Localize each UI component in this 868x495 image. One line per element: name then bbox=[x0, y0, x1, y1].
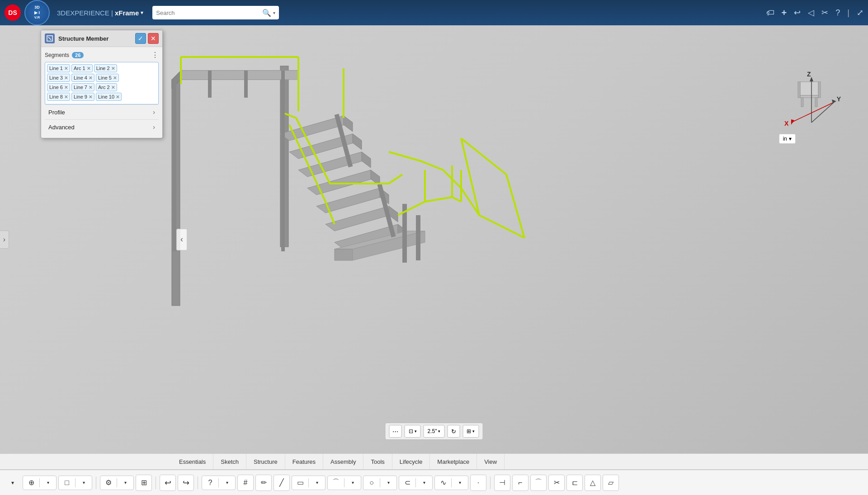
tab-assembly[interactable]: Assembly bbox=[323, 454, 363, 469]
segments-list[interactable]: Line 1 ✕ Arc 1 ✕ Line 2 ✕ Line 3 bbox=[45, 62, 159, 104]
circle-arrow[interactable]: ▾ bbox=[380, 475, 396, 491]
select-tool[interactable]: ⊕ bbox=[23, 475, 39, 491]
segment-tag-line7[interactable]: Line 7 ✕ bbox=[71, 83, 94, 91]
segment-tag-arc1[interactable]: Arc 1 ✕ bbox=[71, 64, 93, 72]
search-icon[interactable]: 🔍 bbox=[262, 9, 271, 17]
tab-essentials[interactable]: Essentials bbox=[172, 454, 213, 469]
panel-confirm-button[interactable]: ✓ bbox=[135, 33, 146, 44]
wave-arrow[interactable]: ▾ bbox=[452, 475, 468, 491]
remove-line6[interactable]: ✕ bbox=[64, 85, 68, 90]
sketch-tool[interactable]: ✏ bbox=[255, 475, 272, 491]
remove-line7[interactable]: ✕ bbox=[89, 85, 92, 90]
select-arrow[interactable]: ▾ bbox=[40, 475, 56, 491]
remove-line5[interactable]: ✕ bbox=[113, 75, 117, 80]
profile-arrow: › bbox=[153, 108, 155, 116]
tab-marketplace[interactable]: Marketplace bbox=[430, 454, 477, 469]
remove-line9[interactable]: ✕ bbox=[89, 94, 92, 99]
remove-line3[interactable]: ✕ bbox=[64, 75, 68, 80]
tool-2[interactable]: □ bbox=[59, 475, 75, 491]
constraint-tool[interactable]: ⊣ bbox=[494, 475, 510, 491]
vt-refresh-btn[interactable]: ↻ bbox=[447, 425, 460, 438]
circle-tool[interactable]: ○ bbox=[363, 475, 380, 491]
segment-tag-line9[interactable]: Line 9 ✕ bbox=[71, 93, 94, 101]
corner-tool[interactable]: ⌐ bbox=[512, 475, 528, 491]
tools-icon[interactable]: ✂ bbox=[821, 8, 828, 18]
remove-line10[interactable]: ✕ bbox=[116, 94, 119, 99]
search-dropdown-icon[interactable]: ▾ bbox=[273, 10, 275, 15]
segment-tag-line6[interactable]: Line 6 ✕ bbox=[47, 83, 70, 91]
undo-btn[interactable]: ↩ bbox=[160, 475, 176, 491]
segment-tag-line10[interactable]: Line 10 ✕ bbox=[96, 93, 122, 101]
nav-left-arrow[interactable]: ‹ bbox=[176, 229, 187, 250]
tag-icon[interactable]: 🏷 bbox=[766, 8, 774, 18]
line-tool[interactable]: ╱ bbox=[274, 475, 290, 491]
vt-size-btn[interactable]: 2.5" ▾ bbox=[424, 425, 445, 438]
help-arrow[interactable]: ▾ bbox=[219, 475, 235, 491]
segment-tag-line1[interactable]: Line 1 ✕ bbox=[47, 64, 70, 72]
remove-line8[interactable]: ✕ bbox=[64, 94, 68, 99]
ellipse-tool[interactable]: ⊂ bbox=[399, 475, 415, 491]
extend-tool[interactable]: ⊏ bbox=[566, 475, 583, 491]
remove-line2[interactable]: ✕ bbox=[111, 66, 115, 71]
wave-tool[interactable]: ∿ bbox=[435, 475, 451, 491]
trim-tool[interactable]: ✂ bbox=[548, 475, 565, 491]
vt-copy-btn[interactable]: ⊡ ▾ bbox=[405, 425, 421, 438]
remove-line1[interactable]: ✕ bbox=[64, 66, 68, 71]
topbar-title: 3DEXPERIENCE | bbox=[57, 9, 113, 17]
tool-3-arrow[interactable]: ▾ bbox=[117, 475, 133, 491]
tab-tools[interactable]: Tools bbox=[363, 454, 392, 469]
svg-line-55 bbox=[48, 37, 51, 40]
segment-tag-line5[interactable]: Line 5 ✕ bbox=[96, 74, 119, 82]
viewport[interactable]: › bbox=[0, 25, 868, 453]
redo-btn[interactable]: ↪ bbox=[178, 475, 194, 491]
tool-2-arrow[interactable]: ▾ bbox=[75, 475, 92, 491]
panel-section-advanced[interactable]: Advanced › bbox=[45, 119, 159, 134]
search-input[interactable] bbox=[156, 9, 262, 16]
share-icon[interactable]: ↩ bbox=[794, 8, 801, 18]
advanced-arrow: › bbox=[153, 123, 155, 131]
side-panel-arrow[interactable]: › bbox=[0, 231, 9, 249]
remove-arc1[interactable]: ✕ bbox=[87, 66, 90, 71]
segment-tag-arc2[interactable]: Arc 2 ✕ bbox=[96, 83, 117, 91]
segment-tag-line8[interactable]: Line 8 ✕ bbox=[47, 93, 70, 101]
remove-line4[interactable]: ✕ bbox=[89, 75, 92, 80]
brand-circle[interactable]: 3D ▶ I V.R bbox=[24, 0, 50, 25]
dot-tool[interactable]: · bbox=[470, 475, 486, 491]
grid-tool[interactable]: # bbox=[237, 475, 254, 491]
remove-arc2[interactable]: ✕ bbox=[111, 85, 115, 90]
segment-row-1: Line 1 ✕ Arc 1 ✕ Line 2 ✕ bbox=[47, 64, 156, 72]
chamfer-tool[interactable]: △ bbox=[585, 475, 601, 491]
toolbar-arrow-down[interactable]: ▾ bbox=[5, 475, 21, 491]
segment-tag-line3[interactable]: Line 3 ✕ bbox=[47, 74, 70, 82]
vt-dots-icon[interactable]: ⋯ bbox=[389, 425, 402, 438]
help-icon[interactable]: ? bbox=[835, 8, 840, 18]
panel-section-profile[interactable]: Profile › bbox=[45, 104, 159, 119]
segment-tag-line4[interactable]: Line 4 ✕ bbox=[71, 74, 94, 82]
panel-close-button[interactable]: ✕ bbox=[148, 33, 159, 44]
profile-tool[interactable]: ▱ bbox=[603, 475, 619, 491]
tool-3[interactable]: ⚙ bbox=[100, 475, 117, 491]
tab-sketch[interactable]: Sketch bbox=[213, 454, 246, 469]
toolbar-group-3: ⚙ ▾ bbox=[100, 476, 134, 490]
arc-arrow[interactable]: ▾ bbox=[344, 475, 361, 491]
ellipse-arrow[interactable]: ▾ bbox=[416, 475, 432, 491]
app-dropdown[interactable]: ▾ bbox=[141, 9, 143, 16]
help-tool[interactable]: ? bbox=[202, 475, 218, 491]
tab-lifecycle[interactable]: Lifecycle bbox=[392, 454, 430, 469]
rect-tool[interactable]: ▭ bbox=[292, 475, 308, 491]
arc-tool[interactable]: ⌒ bbox=[328, 475, 344, 491]
tab-view[interactable]: View bbox=[477, 454, 505, 469]
tool-4[interactable]: ⊞ bbox=[136, 475, 152, 491]
segment-tag-line2[interactable]: Line 2 ✕ bbox=[94, 64, 117, 72]
curve-tool[interactable]: ⌒ bbox=[530, 475, 547, 491]
units-dropdown[interactable]: in ▾ bbox=[779, 134, 796, 144]
tab-structure[interactable]: Structure bbox=[246, 454, 285, 469]
segments-more-menu[interactable]: ⋮ bbox=[151, 51, 159, 59]
tab-features[interactable]: Features bbox=[285, 454, 323, 469]
vt-settings-btn[interactable]: ⊞ ▾ bbox=[462, 425, 479, 438]
send-icon[interactable]: ◁ bbox=[808, 8, 814, 18]
bottom-toolbar: ▾ ⊕ ▾ □ ▾ ⚙ ▾ ⊞ ↩ ↪ ? ▾ # ✏ ╱ ▭ ▾ ⌒ ▾ ○ … bbox=[0, 470, 868, 495]
rect-arrow[interactable]: ▾ bbox=[309, 475, 325, 491]
expand-icon[interactable]: ⤢ bbox=[857, 8, 863, 18]
add-icon[interactable]: + bbox=[782, 8, 787, 18]
